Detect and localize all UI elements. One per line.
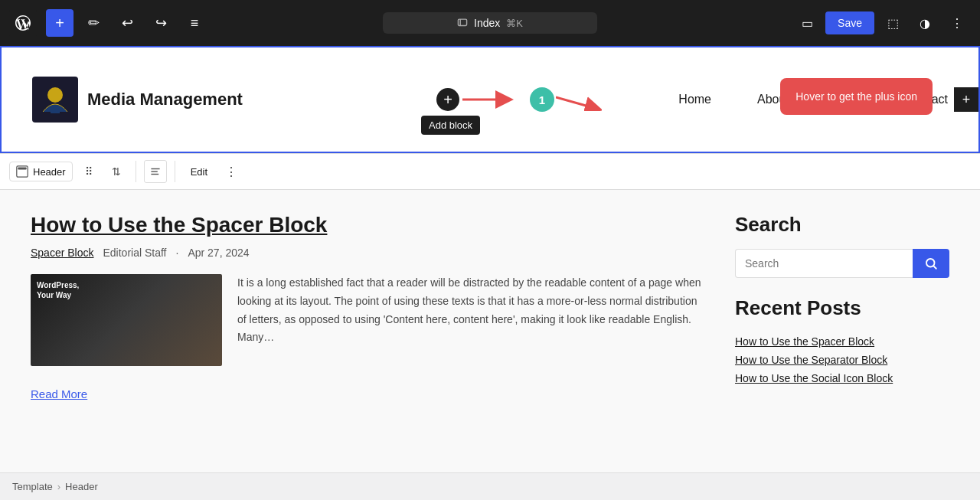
block-align-button[interactable] bbox=[144, 160, 167, 183]
recent-posts-heading: Recent Posts bbox=[735, 296, 949, 320]
search-icon bbox=[924, 257, 938, 270]
svg-rect-10 bbox=[151, 174, 158, 175]
site-logo-area: Media Management bbox=[32, 77, 243, 123]
add-block-button[interactable]: + bbox=[46, 9, 74, 37]
svg-rect-8 bbox=[151, 168, 159, 169]
svg-rect-9 bbox=[151, 171, 157, 172]
header-plus-right-button[interactable]: + bbox=[954, 87, 978, 112]
contrast-button[interactable]: ◑ bbox=[911, 9, 939, 37]
svg-line-12 bbox=[933, 266, 936, 268]
block-label-area: Header bbox=[9, 162, 73, 181]
arrow-graphic-2 bbox=[556, 88, 602, 111]
block-more-button[interactable]: ⋮ bbox=[220, 160, 243, 183]
thumb-text: WordPress,Your Way bbox=[37, 280, 79, 300]
recent-post-3[interactable]: How to Use the Social Icon Block bbox=[735, 369, 949, 387]
toolbar-separator bbox=[136, 161, 136, 182]
breadcrumb-separator: › bbox=[57, 481, 60, 492]
svg-rect-7 bbox=[18, 167, 26, 169]
url-label: Index bbox=[474, 17, 500, 29]
toolbar-right: ▭ Save ⬚ ◑ ⋮ bbox=[793, 9, 971, 37]
recent-posts-section: Recent Posts How to Use the Spacer Block… bbox=[735, 296, 949, 387]
status-bar: Template › Header bbox=[0, 472, 980, 500]
svg-rect-0 bbox=[458, 19, 466, 25]
add-block-inline-button[interactable]: + Add block bbox=[436, 88, 459, 111]
recent-posts-list: How to Use the Spacer Block How to Use t… bbox=[735, 332, 949, 387]
align-icon bbox=[150, 166, 161, 177]
add-block-tooltip: Add block bbox=[421, 116, 480, 135]
split-view-button[interactable]: ⬚ bbox=[879, 9, 906, 37]
hover-tooltip: Hover to get the plus icon bbox=[780, 78, 933, 115]
block-toolbar: Header ⠿ ⇅ Edit ⋮ bbox=[0, 153, 980, 190]
edit-button-toolbar[interactable]: Edit bbox=[183, 163, 215, 181]
recent-post-2[interactable]: How to Use the Separator Block bbox=[735, 351, 949, 369]
header-block-icon bbox=[16, 165, 28, 178]
undo-button[interactable]: ↩ bbox=[113, 9, 141, 37]
url-shortcut: ⌘K bbox=[506, 18, 523, 29]
article-date: Apr 27, 2024 bbox=[188, 247, 249, 259]
save-button[interactable]: Save bbox=[825, 11, 874, 34]
wordpress-logo bbox=[9, 9, 37, 37]
toolbar-separator-2 bbox=[175, 161, 175, 182]
arrow-graphic bbox=[462, 88, 524, 111]
search-row bbox=[735, 249, 949, 278]
sidebar: Search Recent Posts How to Use the Space… bbox=[735, 213, 949, 449]
edit-button[interactable]: ✏ bbox=[80, 9, 107, 37]
more-options-button[interactable]: ⋮ bbox=[943, 9, 971, 37]
svg-rect-3 bbox=[51, 107, 60, 113]
article-author: Editorial Staff bbox=[103, 247, 166, 259]
article-meta: Spacer Block Editorial Staff · Apr 27, 2… bbox=[31, 247, 704, 259]
article-thumbnail: WordPress,Your Way bbox=[31, 274, 222, 366]
recent-post-1[interactable]: How to Use the Spacer Block bbox=[735, 332, 949, 351]
url-bar[interactable]: Index ⌘K bbox=[383, 12, 597, 34]
read-more-link[interactable]: Read More bbox=[31, 387, 87, 400]
svg-point-2 bbox=[47, 87, 63, 103]
redo-button[interactable]: ↪ bbox=[147, 9, 175, 37]
site-title: Media Management bbox=[87, 90, 243, 109]
site-logo bbox=[32, 77, 78, 123]
block-drag-button[interactable]: ⠿ bbox=[77, 160, 100, 183]
toolbar: + ✏ ↩ ↪ ≡ Index ⌘K ▭ Save ⬚ ◑ ⋮ bbox=[0, 0, 980, 46]
desktop-view-button[interactable]: ▭ bbox=[793, 9, 821, 37]
search-input[interactable] bbox=[735, 249, 913, 278]
breadcrumb-page: Header bbox=[65, 481, 98, 492]
search-button[interactable] bbox=[913, 249, 949, 278]
breadcrumb-template[interactable]: Template bbox=[12, 481, 53, 492]
menu-button[interactable]: ≡ bbox=[181, 9, 208, 37]
nav-home[interactable]: Home bbox=[678, 93, 711, 106]
article-category[interactable]: Spacer Block bbox=[31, 247, 93, 259]
block-move-button[interactable]: ⇅ bbox=[105, 160, 128, 183]
svg-line-5 bbox=[556, 97, 594, 108]
step-badge: 1 bbox=[530, 87, 554, 112]
site-frame: Media Management Home About Blog Contact… bbox=[0, 46, 980, 153]
search-heading: Search bbox=[735, 213, 949, 237]
meta-dot: · bbox=[176, 247, 179, 259]
block-label: Header bbox=[33, 166, 66, 178]
article-excerpt: It is a long established fact that a rea… bbox=[237, 274, 704, 366]
article-body: WordPress,Your Way It is a long establis… bbox=[31, 274, 704, 366]
article-title[interactable]: How to Use the Spacer Block bbox=[31, 213, 704, 237]
search-section: Search bbox=[735, 213, 949, 278]
content-area: How to Use the Spacer Block Spacer Block… bbox=[0, 190, 980, 472]
main-content: How to Use the Spacer Block Spacer Block… bbox=[31, 213, 704, 449]
